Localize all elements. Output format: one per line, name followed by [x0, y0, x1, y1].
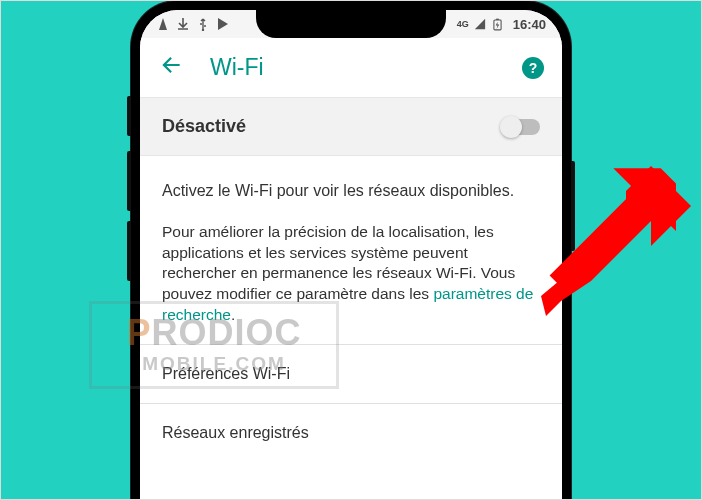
- help-icon[interactable]: ?: [522, 57, 544, 79]
- phone-screen: 4G 16:40 Wi-Fi ? Désactivé Activez le Wi: [140, 10, 562, 500]
- svg-marker-0: [159, 18, 167, 30]
- battery-icon: [491, 17, 505, 31]
- wifi-toggle-row[interactable]: Désactivé: [140, 97, 562, 156]
- play-store-icon: [216, 17, 230, 31]
- phone-volume-up: [127, 151, 131, 211]
- phone-frame: 4G 16:40 Wi-Fi ? Désactivé Activez le Wi: [131, 1, 571, 500]
- back-button[interactable]: [158, 52, 184, 83]
- svg-marker-2: [218, 18, 228, 30]
- clock: 16:40: [513, 17, 546, 32]
- wifi-toggle-label: Désactivé: [162, 116, 246, 137]
- svg-rect-5: [496, 18, 499, 19]
- content-area: Activez le Wi-Fi pour voir les réseaux d…: [140, 156, 562, 326]
- phone-volume-down: [127, 221, 131, 281]
- phone-power-button: [571, 161, 575, 251]
- usb-icon: [196, 17, 210, 31]
- status-left: [156, 17, 230, 31]
- svg-marker-6: [496, 21, 500, 28]
- network-label: 4G: [457, 19, 469, 29]
- desc-text-end: .: [231, 306, 235, 323]
- vlc-icon: [156, 17, 170, 31]
- phone-notch: [256, 10, 446, 38]
- download-icon: [176, 17, 190, 31]
- page-title: Wi-Fi: [210, 54, 496, 81]
- svg-point-1: [202, 29, 204, 31]
- app-bar: Wi-Fi ?: [140, 38, 562, 97]
- saved-networks-item[interactable]: Réseaux enregistrés: [140, 404, 562, 462]
- status-right: 4G 16:40: [457, 17, 546, 32]
- signal-icon: [473, 17, 487, 31]
- wifi-preferences-item[interactable]: Préférences Wi-Fi: [140, 345, 562, 403]
- wifi-hint-text: Activez le Wi-Fi pour voir les réseaux d…: [162, 180, 540, 202]
- wifi-description: Pour améliorer la précision de la locali…: [162, 222, 540, 327]
- phone-side-button: [127, 96, 131, 136]
- wifi-switch[interactable]: [502, 119, 540, 135]
- svg-marker-3: [475, 19, 485, 29]
